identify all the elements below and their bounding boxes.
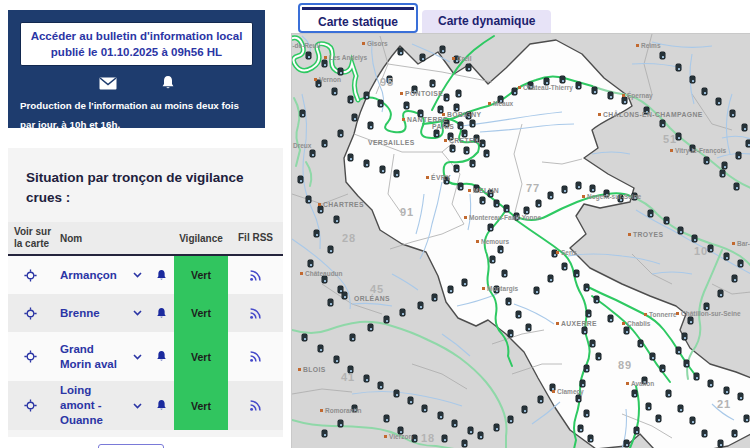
station-marker-icon[interactable] <box>490 256 495 263</box>
station-marker-icon[interactable] <box>594 296 599 303</box>
station-marker-icon[interactable] <box>526 324 531 331</box>
station-marker-icon[interactable] <box>720 170 725 177</box>
station-marker-icon[interactable] <box>470 160 475 167</box>
station-marker-icon[interactable] <box>394 170 399 177</box>
station-marker-icon[interactable] <box>608 92 613 99</box>
station-marker-icon[interactable] <box>508 416 513 423</box>
station-marker-icon[interactable] <box>432 294 437 301</box>
station-marker-icon[interactable] <box>588 435 593 442</box>
station-marker-icon[interactable] <box>736 152 741 159</box>
station-marker-icon[interactable] <box>638 340 643 347</box>
station-marker-icon[interactable] <box>384 316 389 323</box>
subscribe-bell-icon[interactable] <box>148 350 174 363</box>
station-marker-icon[interactable] <box>498 246 503 253</box>
station-marker-icon[interactable] <box>524 207 529 214</box>
subscribe-bell-icon[interactable] <box>148 269 174 282</box>
station-marker-icon[interactable] <box>328 246 333 253</box>
station-marker-icon[interactable] <box>538 396 543 403</box>
station-marker-icon[interactable] <box>350 334 355 341</box>
station-marker-icon[interactable] <box>364 160 369 167</box>
station-marker-icon[interactable] <box>364 92 369 99</box>
station-marker-icon[interactable] <box>480 197 485 204</box>
station-marker-icon[interactable] <box>494 200 499 207</box>
station-marker-icon[interactable] <box>454 165 459 172</box>
station-marker-icon[interactable] <box>678 227 683 234</box>
troncon-link[interactable]: Grand Morin aval <box>60 342 126 372</box>
station-marker-icon[interactable] <box>456 90 461 97</box>
station-marker-icon[interactable] <box>458 122 463 129</box>
station-marker-icon[interactable] <box>394 390 399 397</box>
station-marker-icon[interactable] <box>650 353 655 360</box>
troncon-link[interactable]: Brenne <box>60 306 100 321</box>
station-marker-icon[interactable] <box>504 205 509 212</box>
station-marker-icon[interactable] <box>408 397 413 404</box>
station-marker-icon[interactable] <box>462 440 467 447</box>
station-marker-icon[interactable] <box>724 253 729 260</box>
station-marker-icon[interactable] <box>664 217 669 224</box>
station-marker-icon[interactable] <box>536 200 541 207</box>
chevron-down-icon[interactable] <box>126 354 148 360</box>
station-marker-icon[interactable] <box>548 275 553 282</box>
station-marker-icon[interactable] <box>586 310 591 317</box>
station-marker-icon[interactable] <box>746 140 750 147</box>
static-vigilance-map[interactable]: 9577912845891051214118Val-de-ReuilGisors… <box>291 33 750 448</box>
station-marker-icon[interactable] <box>548 192 553 199</box>
station-marker-icon[interactable] <box>584 284 589 291</box>
station-marker-icon[interactable] <box>516 311 521 318</box>
pagination-button-partial[interactable] <box>98 444 164 448</box>
station-marker-icon[interactable] <box>478 432 483 439</box>
station-marker-icon[interactable] <box>576 82 581 89</box>
station-marker-icon[interactable] <box>512 88 517 95</box>
station-marker-icon[interactable] <box>506 298 511 305</box>
station-marker-icon[interactable] <box>420 54 425 61</box>
station-marker-icon[interactable] <box>682 333 687 340</box>
rss-icon[interactable] <box>228 350 283 363</box>
station-marker-icon[interactable] <box>462 130 467 137</box>
station-marker-icon[interactable] <box>632 390 637 397</box>
station-marker-icon[interactable] <box>422 405 427 412</box>
station-marker-icon[interactable] <box>708 245 713 252</box>
station-marker-icon[interactable] <box>624 440 629 447</box>
locate-on-map-icon[interactable] <box>8 307 52 320</box>
locate-on-map-icon[interactable] <box>8 269 52 282</box>
station-marker-icon[interactable] <box>464 147 469 154</box>
station-marker-icon[interactable] <box>334 356 339 363</box>
station-marker-icon[interactable] <box>660 365 665 372</box>
station-marker-icon[interactable] <box>580 380 585 387</box>
chevron-down-icon[interactable] <box>126 272 148 278</box>
station-marker-icon[interactable] <box>738 260 743 267</box>
station-marker-icon[interactable] <box>676 64 681 71</box>
station-marker-icon[interactable] <box>738 393 743 400</box>
station-marker-icon[interactable] <box>442 435 447 442</box>
station-marker-icon[interactable] <box>576 395 581 402</box>
station-marker-icon[interactable] <box>732 430 737 437</box>
station-marker-icon[interactable] <box>704 303 709 310</box>
station-marker-icon[interactable] <box>584 365 589 372</box>
station-marker-icon[interactable] <box>716 98 721 105</box>
station-marker-icon[interactable] <box>684 360 689 367</box>
station-marker-icon[interactable] <box>578 425 583 432</box>
troncon-link[interactable]: Armançon <box>60 268 117 283</box>
station-marker-icon[interactable] <box>534 287 539 294</box>
station-marker-icon[interactable] <box>582 327 587 334</box>
station-marker-icon[interactable] <box>676 347 681 354</box>
station-marker-icon[interactable] <box>596 353 601 360</box>
subscribe-bell-icon[interactable] <box>148 399 174 412</box>
station-marker-icon[interactable] <box>560 76 565 83</box>
station-marker-icon[interactable] <box>438 412 443 419</box>
station-marker-icon[interactable] <box>702 88 707 95</box>
station-marker-icon[interactable] <box>466 64 471 71</box>
station-marker-icon[interactable] <box>708 380 713 387</box>
station-marker-icon[interactable] <box>332 88 337 95</box>
station-marker-icon[interactable] <box>454 104 459 111</box>
station-marker-icon[interactable] <box>690 417 695 424</box>
bulletin-link[interactable]: Accéder au bulletin d'information local … <box>20 22 253 66</box>
station-marker-icon[interactable] <box>678 405 683 412</box>
station-marker-icon[interactable] <box>666 390 671 397</box>
station-marker-icon[interactable] <box>328 299 333 306</box>
station-marker-icon[interactable] <box>368 324 373 331</box>
station-marker-icon[interactable] <box>302 334 307 341</box>
station-marker-icon[interactable] <box>562 263 567 270</box>
station-marker-icon[interactable] <box>448 286 453 293</box>
station-marker-icon[interactable] <box>522 406 527 413</box>
